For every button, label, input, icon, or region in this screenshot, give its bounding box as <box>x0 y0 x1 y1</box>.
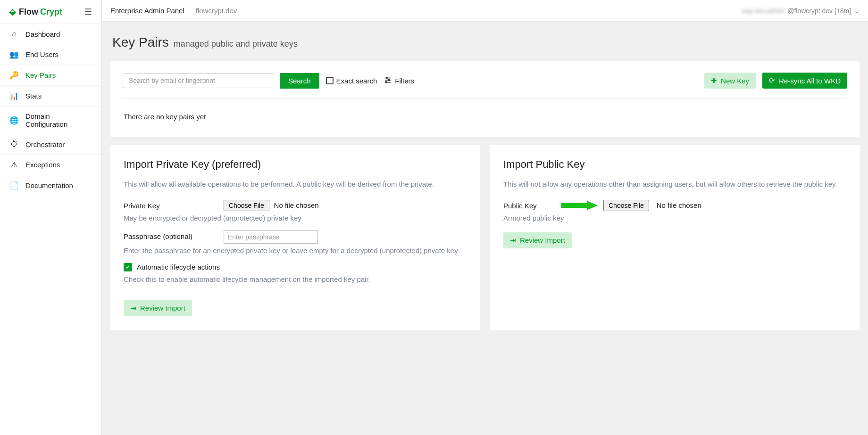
public-key-field: Public Key Choose File No file chosen <box>503 200 846 211</box>
sidebar-item-label: Exceptions <box>25 161 60 169</box>
svg-point-5 <box>385 82 387 83</box>
topbar: Enterprise Admin Panel flowcrypt.dev eap… <box>102 0 868 22</box>
sidebar-item-orchestrator[interactable]: ⏱ Orchestrator <box>0 134 101 155</box>
brand-logo[interactable]: ⬙ FlowCrypt <box>9 7 62 17</box>
key-plus-icon: ✚ <box>711 76 717 85</box>
user-menu[interactable]: eap.dev.admin @flowcrypt.dev [18m] ⌄ <box>742 7 860 15</box>
sidebar-item-label: Domain Configuration <box>25 112 92 128</box>
sidebar-item-label: Orchestrator <box>25 140 65 148</box>
empty-message: There are no key pairs yet <box>123 98 847 123</box>
svg-point-3 <box>388 79 390 81</box>
auto-lifecycle-label: Automatic lifecycle actions <box>137 263 220 271</box>
filters-label: Filters <box>395 77 414 85</box>
topbar-title: Enterprise Admin Panel <box>110 7 184 15</box>
private-review-label: Review Import <box>140 304 185 312</box>
logo-row: ⬙ FlowCrypt ☰ <box>0 0 101 24</box>
public-review-button[interactable]: ⇥ Review Import <box>503 232 572 248</box>
public-no-file: No file chosen <box>657 201 701 209</box>
annotation-arrow-icon <box>561 200 599 211</box>
import-public-title: Import Public Key <box>503 158 846 171</box>
sliders-icon <box>384 76 392 86</box>
user-suffix: @flowcrypt.dev [18m] <box>787 7 851 15</box>
sidebar-item-key-pairs[interactable]: 🔑 Key Pairs <box>0 65 101 86</box>
brand-flow: Flow <box>19 7 38 17</box>
new-key-label: New Key <box>721 77 749 85</box>
document-icon: 📄 <box>9 181 19 190</box>
public-key-label: Public Key <box>503 200 551 210</box>
import-row: Import Private Key (preferred) This will… <box>110 145 860 330</box>
svg-point-1 <box>386 77 388 79</box>
content: Key Pairs managed public and private key… <box>102 22 868 339</box>
public-choose-file-button[interactable]: Choose File <box>603 200 649 211</box>
checkbox-icon <box>326 77 334 84</box>
search-input[interactable] <box>123 73 274 88</box>
sidebar-item-exceptions[interactable]: ⚠ Exceptions <box>0 155 101 175</box>
import-private-desc: This will allow all available operations… <box>124 179 467 189</box>
sidebar-nav: ⌂ Dashboard 👥 End Users 🔑 Key Pairs 📊 St… <box>0 24 101 196</box>
passphrase-label: Passphrase (optional) <box>124 230 213 240</box>
passphrase-field: Passphrase (optional) <box>124 230 467 244</box>
search-panel: Search Exact search Filters ✚ Ne <box>110 61 860 137</box>
page-subtitle: managed public and private keys <box>174 39 298 49</box>
auto-lifecycle-hint: Check this to enable automatic lifecycle… <box>124 275 467 283</box>
brand-crypt: Crypt <box>40 7 62 17</box>
exact-search-toggle[interactable]: Exact search <box>326 77 377 85</box>
private-choose-file-button[interactable]: Choose File <box>224 200 269 211</box>
chevron-down-icon: ⌄ <box>854 7 860 15</box>
sync-icon: ⟳ <box>769 76 775 85</box>
import-icon: ⇥ <box>130 304 136 312</box>
sidebar-item-label: Key Pairs <box>25 71 56 79</box>
private-key-field: Private Key Choose File No file chosen <box>124 200 467 211</box>
search-row: Search Exact search Filters ✚ Ne <box>123 73 847 98</box>
sidebar-item-stats[interactable]: 📊 Stats <box>0 86 101 107</box>
private-no-file: No file chosen <box>274 201 319 209</box>
page-heading: Key Pairs managed public and private key… <box>110 30 860 53</box>
passphrase-input[interactable] <box>224 230 318 244</box>
topbar-domain: flowcrypt.dev <box>196 7 237 15</box>
exact-search-label: Exact search <box>336 77 377 85</box>
public-review-label: Review Import <box>520 236 565 244</box>
sidebar-item-label: Documentation <box>25 181 73 189</box>
key-icon: 🔑 <box>9 71 19 80</box>
search-button[interactable]: Search <box>280 73 319 89</box>
import-private-card: Import Private Key (preferred) This will… <box>110 145 480 330</box>
filters-button[interactable]: Filters <box>384 76 414 86</box>
sidebar-item-label: Dashboard <box>25 30 60 38</box>
import-private-title: Import Private Key (preferred) <box>124 158 467 171</box>
new-key-button[interactable]: ✚ New Key <box>704 73 756 89</box>
sidebar-item-label: Stats <box>25 92 42 100</box>
sidebar-item-dashboard[interactable]: ⌂ Dashboard <box>0 24 101 44</box>
users-icon: 👥 <box>9 50 19 59</box>
clock-icon: ⏱ <box>9 140 19 148</box>
import-public-desc: This will not allow any operations other… <box>503 179 846 189</box>
main: Enterprise Admin Panel flowcrypt.dev eap… <box>102 0 868 435</box>
stats-icon: 📊 <box>9 91 19 100</box>
sidebar-item-documentation[interactable]: 📄 Documentation <box>0 175 101 196</box>
sidebar: ⬙ FlowCrypt ☰ ⌂ Dashboard 👥 End Users 🔑 … <box>0 0 102 435</box>
private-review-button[interactable]: ⇥ Review Import <box>124 300 192 316</box>
private-hint-1: May be encrypted or decrypted (unprotect… <box>124 214 467 222</box>
menu-toggle-icon[interactable]: ☰ <box>84 7 92 17</box>
public-hint: Armored public key <box>503 214 846 222</box>
page-title: Key Pairs <box>112 35 169 49</box>
warning-icon: ⚠ <box>9 160 19 169</box>
sidebar-item-domain-config[interactable]: 🌐 Domain Configuration <box>0 107 101 134</box>
brand-icon: ⬙ <box>9 7 16 17</box>
auto-lifecycle-toggle[interactable]: ✓ Automatic lifecycle actions <box>124 263 467 271</box>
import-icon: ⇥ <box>510 236 516 245</box>
sidebar-item-end-users[interactable]: 👥 End Users <box>0 44 101 65</box>
globe-icon: 🌐 <box>9 116 19 125</box>
private-key-label: Private Key <box>124 200 213 210</box>
sidebar-item-label: End Users <box>25 50 58 58</box>
checkbox-checked-icon: ✓ <box>124 263 132 271</box>
user-hidden: eap.dev.admin <box>742 7 785 15</box>
home-icon: ⌂ <box>9 30 19 38</box>
private-hint-2: Enter the passphrase for an encrypted pr… <box>124 246 467 254</box>
resync-button[interactable]: ⟳ Re-sync All to WKD <box>762 73 847 89</box>
resync-label: Re-sync All to WKD <box>779 77 841 85</box>
import-public-card: Import Public Key This will not allow an… <box>490 145 860 330</box>
